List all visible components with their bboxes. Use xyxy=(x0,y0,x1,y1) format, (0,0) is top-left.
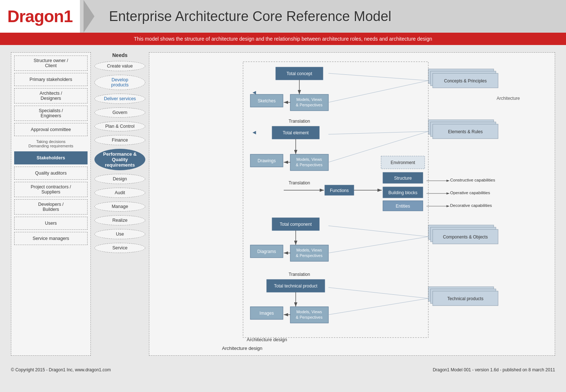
svg-text:Models, Views: Models, Views xyxy=(296,248,322,252)
svg-text:Images: Images xyxy=(259,311,274,316)
need-finance: Finance xyxy=(94,135,145,145)
role-structure-owner: Structure owner /Client xyxy=(14,56,88,71)
role-project-contractors: Project contractors /Suppliers xyxy=(14,182,88,197)
diagram-svg: Concepts & Principles Architecture Eleme… xyxy=(155,58,549,348)
role-primary-stakeholders: Primary stakeholders xyxy=(14,73,88,86)
main-content: Structure owner /Client Primary stakehol… xyxy=(0,45,566,363)
svg-text:◄: ◄ xyxy=(251,89,257,95)
svg-text:Models, Views: Models, Views xyxy=(296,157,322,162)
svg-text:Total element: Total element xyxy=(283,130,309,135)
needs-column: Needs Create value Developproducts Deliv… xyxy=(91,52,149,356)
role-taking-decisions: Taking decisionsDemanding requirements xyxy=(14,138,88,149)
svg-text:◄: ◄ xyxy=(251,129,257,135)
need-design: Design xyxy=(94,174,145,184)
role-developers: Developers /Builders xyxy=(14,199,88,215)
role-stakeholders: Stakeholders xyxy=(14,151,88,164)
page-title: Enterprise Architecture Core Reference M… xyxy=(109,9,391,24)
need-performance: Performance &Quality requirements xyxy=(94,149,145,170)
svg-text:Translation: Translation xyxy=(289,272,310,277)
need-deliver-services: Deliver services xyxy=(94,94,145,104)
subtitle-bar: This model shows the structure of archit… xyxy=(0,33,566,45)
svg-text:Total technical product: Total technical product xyxy=(274,283,318,289)
svg-text:Entities: Entities xyxy=(396,204,410,209)
svg-text:Translation: Translation xyxy=(289,119,310,124)
svg-text:Environment: Environment xyxy=(391,160,415,165)
chevron-icon xyxy=(84,0,94,33)
svg-line-85 xyxy=(328,298,428,315)
svg-text:& Perspectives: & Perspectives xyxy=(296,253,323,258)
svg-text:Technical products: Technical products xyxy=(447,296,483,301)
role-approval: Approval committee xyxy=(14,123,88,136)
architecture-diagram: Concepts & Principles Architecture Eleme… xyxy=(149,52,555,356)
svg-text:& Perspectives: & Perspectives xyxy=(296,315,323,319)
header: Dragon1 Enterprise Architecture Core Ref… xyxy=(0,0,566,33)
role-users: Users xyxy=(14,217,88,230)
svg-text:Components & Objects: Components & Objects xyxy=(443,234,488,240)
svg-line-80 xyxy=(328,131,428,134)
need-develop-products: Developproducts xyxy=(94,75,145,90)
svg-text:Structure: Structure xyxy=(394,176,412,181)
svg-text:Models, Views: Models, Views xyxy=(296,97,322,102)
chevron-section xyxy=(80,0,98,33)
needs-label: Needs xyxy=(94,52,145,58)
svg-text:Architecture: Architecture xyxy=(497,96,520,101)
svg-text:Diagrams: Diagrams xyxy=(257,249,276,254)
svg-text:Functions: Functions xyxy=(330,188,349,193)
need-create-value: Create value xyxy=(94,61,145,71)
svg-line-78 xyxy=(328,73,428,81)
svg-line-84 xyxy=(328,287,428,298)
need-audit: Audit xyxy=(94,188,145,198)
svg-text:Sketches: Sketches xyxy=(258,98,275,103)
svg-text:Drawings: Drawings xyxy=(258,158,276,163)
svg-text:Models, Views: Models, Views xyxy=(296,310,322,314)
svg-text:Total concept: Total concept xyxy=(287,71,312,76)
need-service: Service xyxy=(94,243,145,253)
need-manage: Manage xyxy=(94,201,145,212)
svg-text:& Perspectives: & Perspectives xyxy=(296,103,323,107)
architecture-design-label: Architecture design xyxy=(222,346,262,351)
title-section: Enterprise Architecture Core Reference M… xyxy=(98,0,566,33)
role-service-managers: Service managers xyxy=(14,232,88,245)
footer: © Copyright 2015 - Dragon1 Inc, www.drag… xyxy=(0,363,566,377)
svg-text:& Perspectives: & Perspectives xyxy=(296,163,323,167)
svg-text:Translation: Translation xyxy=(289,180,310,185)
role-quality-auditors: Quality auditors xyxy=(14,167,88,180)
need-use: Use xyxy=(94,229,145,239)
subtitle-text: This model shows the structure of archit… xyxy=(134,36,432,42)
need-plan-control: Plan & Control xyxy=(94,121,145,131)
footer-left: © Copyright 2015 - Dragon1 Inc, www.drag… xyxy=(11,367,111,372)
roles-column: Structure owner /Client Primary stakehol… xyxy=(11,52,91,356)
need-realize: Realize xyxy=(94,215,145,225)
svg-text:Constructive capabilities: Constructive capabilities xyxy=(450,178,495,182)
svg-text:Elements & Rules: Elements & Rules xyxy=(448,129,482,134)
svg-text:Concepts & Principles: Concepts & Principles xyxy=(444,78,486,83)
svg-line-83 xyxy=(328,237,428,253)
svg-line-82 xyxy=(328,226,428,237)
svg-text:Total component: Total component xyxy=(280,222,312,227)
logo-section: Dragon1 xyxy=(0,0,80,33)
role-architects: Architects /Designers xyxy=(14,88,88,103)
svg-line-79 xyxy=(328,81,428,102)
svg-text:Building blocks: Building blocks xyxy=(388,190,417,195)
svg-text:Operative capabilities: Operative capabilities xyxy=(450,191,490,195)
role-specialists: Specialists /Engineers xyxy=(14,106,88,121)
svg-text:Decorative capabilities: Decorative capabilities xyxy=(450,203,492,208)
need-govern: Govern xyxy=(94,107,145,118)
logo: Dragon1 xyxy=(7,7,73,26)
footer-right: Dragon1 Model 001 - version 1.6d - publi… xyxy=(433,367,555,372)
